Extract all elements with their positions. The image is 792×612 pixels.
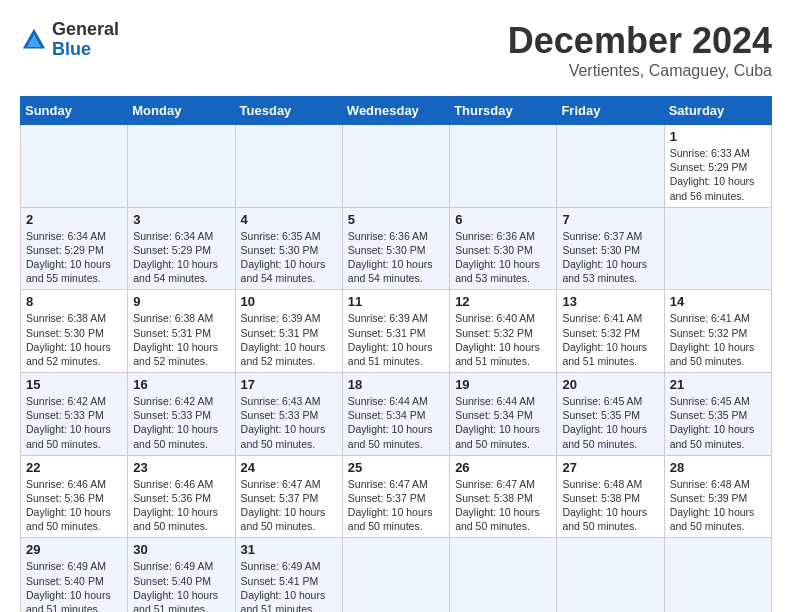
- calendar-week-row: 1Sunrise: 6:33 AM Sunset: 5:29 PM Daylig…: [21, 125, 772, 208]
- day-number: 24: [241, 460, 337, 475]
- calendar-header-friday: Friday: [557, 97, 664, 125]
- day-number: 30: [133, 542, 229, 557]
- calendar-header-saturday: Saturday: [664, 97, 771, 125]
- title-area: December 2024 Vertientes, Camaguey, Cuba: [508, 20, 772, 80]
- calendar-week-row: 2Sunrise: 6:34 AM Sunset: 5:29 PM Daylig…: [21, 207, 772, 290]
- calendar-header-tuesday: Tuesday: [235, 97, 342, 125]
- calendar-cell: 20Sunrise: 6:45 AM Sunset: 5:35 PM Dayli…: [557, 373, 664, 456]
- location-title: Vertientes, Camaguey, Cuba: [508, 62, 772, 80]
- day-detail: Sunrise: 6:34 AM Sunset: 5:29 PM Dayligh…: [133, 229, 229, 286]
- logo-icon: [20, 26, 48, 54]
- calendar-cell: 22Sunrise: 6:46 AM Sunset: 5:36 PM Dayli…: [21, 455, 128, 538]
- calendar-header-monday: Monday: [128, 97, 235, 125]
- calendar-cell: 21Sunrise: 6:45 AM Sunset: 5:35 PM Dayli…: [664, 373, 771, 456]
- calendar-header-wednesday: Wednesday: [342, 97, 449, 125]
- calendar-cell: 10Sunrise: 6:39 AM Sunset: 5:31 PM Dayli…: [235, 290, 342, 373]
- day-number: 2: [26, 212, 122, 227]
- calendar-cell: [450, 538, 557, 612]
- calendar-cell: 23Sunrise: 6:46 AM Sunset: 5:36 PM Dayli…: [128, 455, 235, 538]
- month-title: December 2024: [508, 20, 772, 62]
- day-number: 10: [241, 294, 337, 309]
- day-number: 28: [670, 460, 766, 475]
- calendar-header-thursday: Thursday: [450, 97, 557, 125]
- header: General Blue December 2024 Vertientes, C…: [20, 20, 772, 80]
- day-number: 26: [455, 460, 551, 475]
- calendar-week-row: 22Sunrise: 6:46 AM Sunset: 5:36 PM Dayli…: [21, 455, 772, 538]
- day-detail: Sunrise: 6:48 AM Sunset: 5:38 PM Dayligh…: [562, 477, 658, 534]
- day-number: 3: [133, 212, 229, 227]
- calendar-cell: [664, 207, 771, 290]
- day-number: 12: [455, 294, 551, 309]
- day-detail: Sunrise: 6:49 AM Sunset: 5:41 PM Dayligh…: [241, 559, 337, 612]
- day-number: 1: [670, 129, 766, 144]
- day-number: 19: [455, 377, 551, 392]
- day-detail: Sunrise: 6:49 AM Sunset: 5:40 PM Dayligh…: [26, 559, 122, 612]
- day-number: 27: [562, 460, 658, 475]
- day-number: 5: [348, 212, 444, 227]
- calendar-cell: 15Sunrise: 6:42 AM Sunset: 5:33 PM Dayli…: [21, 373, 128, 456]
- calendar-header-row: SundayMondayTuesdayWednesdayThursdayFrid…: [21, 97, 772, 125]
- day-detail: Sunrise: 6:42 AM Sunset: 5:33 PM Dayligh…: [26, 394, 122, 451]
- calendar-week-row: 29Sunrise: 6:49 AM Sunset: 5:40 PM Dayli…: [21, 538, 772, 612]
- day-number: 8: [26, 294, 122, 309]
- calendar-week-row: 8Sunrise: 6:38 AM Sunset: 5:30 PM Daylig…: [21, 290, 772, 373]
- day-detail: Sunrise: 6:38 AM Sunset: 5:31 PM Dayligh…: [133, 311, 229, 368]
- calendar-header-sunday: Sunday: [21, 97, 128, 125]
- logo-general-text: General: [52, 20, 119, 40]
- calendar-cell: [557, 538, 664, 612]
- day-number: 4: [241, 212, 337, 227]
- day-detail: Sunrise: 6:36 AM Sunset: 5:30 PM Dayligh…: [348, 229, 444, 286]
- day-number: 7: [562, 212, 658, 227]
- calendar-cell: [235, 125, 342, 208]
- calendar-cell: 7Sunrise: 6:37 AM Sunset: 5:30 PM Daylig…: [557, 207, 664, 290]
- calendar-cell: 30Sunrise: 6:49 AM Sunset: 5:40 PM Dayli…: [128, 538, 235, 612]
- day-number: 29: [26, 542, 122, 557]
- calendar-cell: 18Sunrise: 6:44 AM Sunset: 5:34 PM Dayli…: [342, 373, 449, 456]
- calendar-cell: [664, 538, 771, 612]
- day-number: 14: [670, 294, 766, 309]
- day-number: 15: [26, 377, 122, 392]
- calendar-week-row: 15Sunrise: 6:42 AM Sunset: 5:33 PM Dayli…: [21, 373, 772, 456]
- logo-blue-text: Blue: [52, 40, 119, 60]
- calendar-cell: 12Sunrise: 6:40 AM Sunset: 5:32 PM Dayli…: [450, 290, 557, 373]
- day-detail: Sunrise: 6:41 AM Sunset: 5:32 PM Dayligh…: [670, 311, 766, 368]
- day-detail: Sunrise: 6:48 AM Sunset: 5:39 PM Dayligh…: [670, 477, 766, 534]
- calendar-cell: 2Sunrise: 6:34 AM Sunset: 5:29 PM Daylig…: [21, 207, 128, 290]
- calendar-cell: 24Sunrise: 6:47 AM Sunset: 5:37 PM Dayli…: [235, 455, 342, 538]
- day-number: 25: [348, 460, 444, 475]
- calendar-cell: 1Sunrise: 6:33 AM Sunset: 5:29 PM Daylig…: [664, 125, 771, 208]
- calendar-cell: 29Sunrise: 6:49 AM Sunset: 5:40 PM Dayli…: [21, 538, 128, 612]
- calendar-cell: [342, 538, 449, 612]
- day-detail: Sunrise: 6:38 AM Sunset: 5:30 PM Dayligh…: [26, 311, 122, 368]
- day-number: 16: [133, 377, 229, 392]
- day-number: 20: [562, 377, 658, 392]
- day-detail: Sunrise: 6:44 AM Sunset: 5:34 PM Dayligh…: [348, 394, 444, 451]
- day-number: 23: [133, 460, 229, 475]
- day-detail: Sunrise: 6:44 AM Sunset: 5:34 PM Dayligh…: [455, 394, 551, 451]
- day-detail: Sunrise: 6:47 AM Sunset: 5:37 PM Dayligh…: [348, 477, 444, 534]
- day-detail: Sunrise: 6:49 AM Sunset: 5:40 PM Dayligh…: [133, 559, 229, 612]
- calendar-cell: 8Sunrise: 6:38 AM Sunset: 5:30 PM Daylig…: [21, 290, 128, 373]
- day-number: 18: [348, 377, 444, 392]
- day-detail: Sunrise: 6:36 AM Sunset: 5:30 PM Dayligh…: [455, 229, 551, 286]
- day-detail: Sunrise: 6:42 AM Sunset: 5:33 PM Dayligh…: [133, 394, 229, 451]
- calendar-cell: 3Sunrise: 6:34 AM Sunset: 5:29 PM Daylig…: [128, 207, 235, 290]
- calendar-cell: 28Sunrise: 6:48 AM Sunset: 5:39 PM Dayli…: [664, 455, 771, 538]
- calendar-cell: 25Sunrise: 6:47 AM Sunset: 5:37 PM Dayli…: [342, 455, 449, 538]
- day-detail: Sunrise: 6:39 AM Sunset: 5:31 PM Dayligh…: [241, 311, 337, 368]
- day-number: 11: [348, 294, 444, 309]
- day-detail: Sunrise: 6:41 AM Sunset: 5:32 PM Dayligh…: [562, 311, 658, 368]
- calendar-cell: 4Sunrise: 6:35 AM Sunset: 5:30 PM Daylig…: [235, 207, 342, 290]
- day-detail: Sunrise: 6:37 AM Sunset: 5:30 PM Dayligh…: [562, 229, 658, 286]
- day-number: 31: [241, 542, 337, 557]
- day-detail: Sunrise: 6:43 AM Sunset: 5:33 PM Dayligh…: [241, 394, 337, 451]
- day-number: 17: [241, 377, 337, 392]
- day-detail: Sunrise: 6:45 AM Sunset: 5:35 PM Dayligh…: [562, 394, 658, 451]
- day-detail: Sunrise: 6:39 AM Sunset: 5:31 PM Dayligh…: [348, 311, 444, 368]
- calendar-cell: 11Sunrise: 6:39 AM Sunset: 5:31 PM Dayli…: [342, 290, 449, 373]
- day-number: 21: [670, 377, 766, 392]
- calendar-cell: 6Sunrise: 6:36 AM Sunset: 5:30 PM Daylig…: [450, 207, 557, 290]
- day-number: 6: [455, 212, 551, 227]
- day-detail: Sunrise: 6:47 AM Sunset: 5:38 PM Dayligh…: [455, 477, 551, 534]
- calendar-cell: 31Sunrise: 6:49 AM Sunset: 5:41 PM Dayli…: [235, 538, 342, 612]
